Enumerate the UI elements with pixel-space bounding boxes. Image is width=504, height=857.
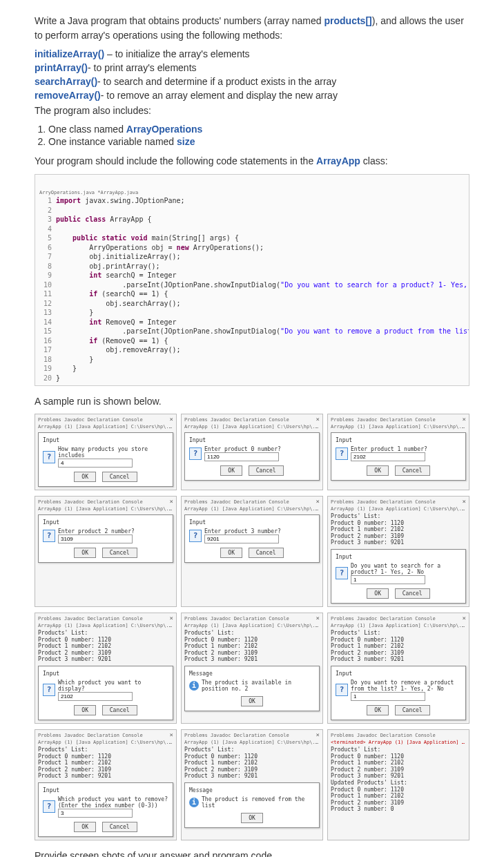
text: class: (360, 155, 388, 166)
console-text: Products' List: Product 0 number: 1120 P… (331, 747, 466, 813)
dialog-input[interactable] (351, 575, 425, 584)
cancel-button[interactable]: Cancel (395, 705, 430, 715)
panel-tabs: Problems Javadoc Declaration Console (38, 417, 173, 423)
panel-input-p2: Problems Javadoc Declaration Console Arr… (35, 496, 177, 607)
dialog-p2: × Input ? Enter product 2 number? OK Can… (38, 514, 173, 563)
dialog-message: The product is available in position no.… (202, 680, 315, 692)
close-icon[interactable]: × (463, 615, 466, 622)
info-icon: i (189, 681, 199, 691)
cancel-button[interactable]: Cancel (102, 548, 137, 558)
panel-search-q: Problems Javadoc Declaration Console Arr… (327, 496, 469, 607)
dialog-title: Input (43, 437, 168, 443)
close-icon[interactable]: × (170, 416, 173, 423)
close-icon[interactable]: × (463, 498, 466, 505)
close-icon[interactable]: × (316, 498, 320, 505)
panel-tabs: Problems Javadoc Declaration Console (184, 499, 320, 505)
ok-button[interactable]: OK (241, 813, 263, 823)
panel-input-p1: Problems Javadoc Declaration Console Arr… (327, 414, 469, 490)
ok-button[interactable]: OK (241, 696, 263, 706)
dialog-title: Input (336, 671, 461, 677)
ok-button[interactable]: OK (74, 822, 96, 832)
method-desc: - to search and determine if a product e… (97, 76, 336, 87)
panel-path: ArrayApp (1) [Java Application] C:\Users… (184, 623, 320, 628)
method-name: removeArray() (35, 90, 101, 101)
panel-which-remove: Problems Javadoc Declaration Console Arr… (35, 729, 177, 840)
panel-tabs: Problems Javadoc Declaration Console (331, 417, 466, 423)
dialog-found: × Message i The product is available in … (184, 666, 320, 711)
panel-tabs: Problems Javadoc Declaration Console (184, 417, 320, 423)
dialog-input[interactable] (58, 809, 133, 818)
dialog-p0: × Input ? Enter product 0 number? OK Can… (184, 432, 320, 481)
panel-which-display: Problems Javadoc Declaration Console Arr… (35, 613, 177, 724)
cancel-button[interactable]: Cancel (395, 588, 430, 599)
dialog-input[interactable] (58, 692, 133, 701)
cancel-button[interactable]: Cancel (249, 465, 284, 476)
dialog-count: × Input ? How many products you store in… (38, 432, 173, 487)
panel-path: ArrayApp (1) [Java Application] C:\Users… (38, 424, 173, 430)
close-icon[interactable]: × (316, 615, 320, 622)
dialog-input[interactable] (204, 452, 279, 461)
panel-tabs: Problems Javadoc Declaration Console (38, 499, 173, 505)
ok-button[interactable]: OK (220, 548, 242, 558)
method-remove: removeArray()- to remove an array elemen… (35, 90, 469, 101)
dialog-prompt: How many products you store includes (58, 446, 168, 459)
panel-path: ArrayApp (1) [Java Application] C:\Users… (184, 506, 320, 512)
panel-tabs: Problems Javadoc Declaration Console (184, 616, 320, 622)
dialog-message: The product is removed from the list (202, 796, 315, 809)
close-icon[interactable]: × (170, 731, 173, 738)
panel-path: ArrayApp (1) [Java Application] C:\Users… (38, 623, 173, 628)
products-array: products[] (324, 15, 372, 26)
ok-button[interactable]: OK (367, 465, 389, 476)
code-editor: ArryOperations.java *ArrayApp.java 1impo… (35, 174, 469, 386)
close-icon[interactable]: × (463, 416, 466, 423)
panel-path: ArrayApp (1) [Java Application] C:\Users… (38, 506, 173, 512)
ok-button[interactable]: OK (74, 705, 96, 715)
panel-path: ArrayApp (1) [Java Application] C:\Users… (184, 740, 320, 745)
cancel-button[interactable]: Cancel (102, 822, 137, 832)
cancel-button[interactable]: Cancel (102, 705, 137, 715)
ok-button[interactable]: OK (367, 705, 389, 715)
console-text: Products' List: Product 0 number: 1120 P… (38, 630, 173, 663)
close-icon[interactable]: × (170, 615, 173, 622)
question-icon: ? (43, 451, 55, 463)
question-icon: ? (189, 447, 202, 460)
panel-path: ArrayApp (1) [Java Application] C:\Users… (331, 424, 466, 430)
dialog-input[interactable] (58, 459, 133, 468)
dialog-p3: × Input ? Enter product 3 number? OK Can… (184, 514, 320, 563)
question-icon: ? (336, 447, 348, 460)
panel-final-console: Problems Javadoc Declaration Console <te… (327, 729, 469, 840)
panel-tabs: Problems Javadoc Declaration Console (331, 616, 466, 622)
panel-input-p3: Problems Javadoc Declaration Console Arr… (181, 496, 323, 607)
ok-button[interactable]: OK (367, 588, 389, 599)
intro-paragraph-2: Your program should include the followin… (35, 154, 469, 168)
dialog-input[interactable] (204, 535, 279, 543)
dialog-input[interactable] (351, 692, 425, 701)
dialog-title: Input (189, 437, 315, 443)
ok-button[interactable]: OK (74, 548, 96, 558)
panel-path: ArrayApp (1) [Java Application] C:\Users… (331, 623, 466, 628)
dialog-title: Input (336, 554, 461, 560)
close-icon[interactable]: × (170, 498, 173, 505)
text: One class named (48, 124, 126, 135)
cancel-button[interactable]: Cancel (249, 548, 284, 558)
list-item: One instance variable named size (48, 136, 469, 147)
panel-path: ArrayApp (1) [Java Application] C:\Users… (184, 424, 320, 430)
ok-button[interactable]: OK (74, 472, 96, 482)
dialog-input[interactable] (351, 452, 425, 461)
cancel-button[interactable]: Cancel (102, 472, 137, 482)
close-icon[interactable]: × (316, 731, 320, 738)
console-text: Products' List: Product 0 number: 1120 P… (184, 630, 320, 663)
dialog-prompt: Enter product 1 number? (351, 446, 427, 452)
dialog-title: Input (336, 437, 461, 443)
dialog-input[interactable] (58, 535, 133, 543)
dialog-title: Input (43, 519, 168, 526)
question-icon: ? (43, 684, 55, 696)
dialog-removed: × Message i The product is removed from … (184, 782, 320, 828)
panel-tabs: Problems Javadoc Declaration Console (38, 733, 173, 738)
panel-message-found: Problems Javadoc Declaration Console Arr… (181, 613, 323, 724)
ok-button[interactable]: OK (220, 465, 242, 476)
info-icon: i (189, 798, 199, 807)
panel-tabs: Problems Javadoc Declaration Console (331, 499, 466, 505)
close-icon[interactable]: × (316, 416, 320, 423)
cancel-button[interactable]: Cancel (395, 465, 430, 476)
